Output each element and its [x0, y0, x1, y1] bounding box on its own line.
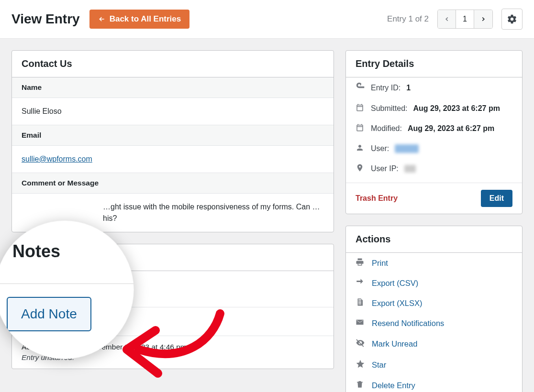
settings-button[interactable]	[501, 9, 523, 30]
mail-icon	[356, 318, 365, 328]
chevron-left-icon	[444, 16, 450, 22]
action-mark-unread[interactable]: Mark Unread	[346, 333, 522, 354]
trash-entry-link[interactable]: Trash Entry	[356, 194, 398, 203]
field-value-email: sullie@wpforms.com	[12, 146, 334, 173]
detail-user-ip: User IP:	[346, 159, 522, 183]
email-link[interactable]: sullie@wpforms.com	[22, 155, 92, 163]
pager: 1	[437, 10, 493, 29]
action-export-csv[interactable]: Export (CSV)	[346, 273, 522, 293]
chevron-right-icon	[480, 16, 487, 22]
topbar: View Entry Back to All Entries Entry 1 o…	[0, 0, 534, 39]
back-to-entries-button[interactable]: Back to All Entries	[89, 10, 190, 29]
contact-panel-title: Contact Us	[12, 51, 334, 77]
eye-slash-icon	[356, 338, 365, 349]
actions-panel-title: Actions	[346, 226, 522, 253]
entry-count: Entry 1 of 2	[387, 14, 429, 24]
pager-prev-button[interactable]	[438, 10, 456, 28]
file-icon	[356, 298, 365, 308]
back-button-label: Back to All Entries	[110, 14, 181, 24]
detail-submitted: Submitted: Aug 29, 2023 at 6:27 pm	[346, 98, 522, 119]
user-icon	[356, 143, 365, 154]
field-label-message: Comment or Message	[12, 173, 334, 194]
print-icon	[356, 258, 365, 268]
user-value-blur	[395, 144, 419, 153]
pager-next-button[interactable]	[474, 10, 492, 28]
edit-button[interactable]: Edit	[481, 190, 512, 207]
entry-details-panel: Entry Details Entry ID: 1 Submitted: Aug…	[345, 50, 523, 214]
magnifier-title: Notes	[12, 241, 117, 261]
action-star[interactable]: Star	[346, 354, 522, 375]
field-label-name: Name	[12, 77, 334, 98]
calendar-icon	[356, 103, 365, 114]
action-export-xlsx[interactable]: Export (XLSX)	[346, 293, 522, 313]
field-value-name: Sullie Eloso	[12, 98, 334, 125]
arrow-left-icon	[98, 15, 106, 23]
calendar-icon	[356, 123, 365, 134]
page-title: View Entry	[11, 11, 80, 27]
location-icon	[356, 163, 365, 174]
trash-icon	[356, 380, 365, 391]
gear-icon	[507, 14, 517, 24]
field-label-email: Email	[12, 125, 334, 146]
detail-modified: Modified: Aug 29, 2023 at 6:27 pm	[346, 119, 522, 139]
detail-user: User:	[346, 139, 522, 159]
details-panel-title: Entry Details	[346, 51, 522, 77]
action-resend[interactable]: Resend Notifications	[346, 313, 522, 333]
action-print[interactable]: Print	[346, 253, 522, 273]
magnifier-callout: Notes Add Note	[0, 220, 134, 359]
export-icon	[356, 278, 365, 288]
actions-panel: Actions Print Export (CSV) Export (XLSX)…	[345, 226, 523, 392]
pager-current: 1	[456, 10, 474, 28]
magnifier-add-note-button[interactable]: Add Note	[7, 297, 91, 331]
star-icon	[356, 359, 365, 370]
key-icon	[356, 82, 365, 94]
detail-entry-id: Entry ID: 1	[346, 77, 522, 98]
contact-panel: Contact Us Name Sullie Eloso Email sulli…	[11, 50, 334, 232]
action-delete[interactable]: Delete Entry	[346, 375, 522, 392]
user-ip-blur	[404, 165, 416, 173]
